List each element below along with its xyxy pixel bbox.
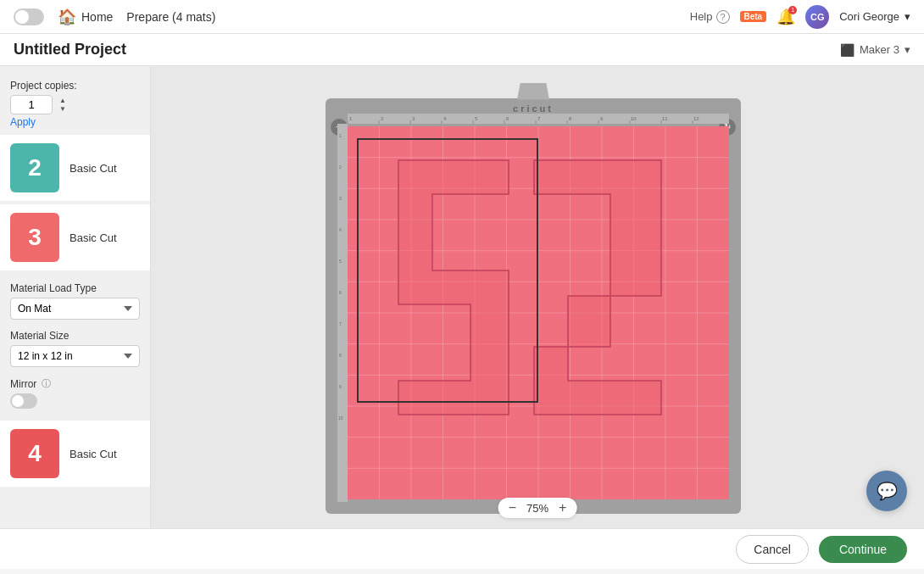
toggle-knob [12,395,24,407]
svg-text:10: 10 [338,415,343,421]
mat-label-4: Basic Cut [70,448,117,460]
copies-spinners: ▲ ▼ [58,97,68,114]
canvas-area: cricut ··· ↻ [151,66,924,528]
mat-thumbnail-3: 3 [10,213,59,262]
ruler-top-svg: 1 2 3 4 5 6 7 [348,114,729,124]
mat-wrapper: cricut ··· ↻ [326,81,749,514]
home-label: Home [81,10,113,24]
mat-background: cricut ··· ↻ [326,98,741,514]
cricut-logo: cricut [513,103,554,114]
chat-icon: 💬 [877,481,898,501]
svg-text:8: 8 [569,116,572,121]
project-bar: Untitled Project ⬛ Maker 3 ▾ [0,34,924,66]
copies-input-row: ▲ ▼ [10,95,140,114]
header-right: Help ? Beta 🔔 1 CG Cori George ▾ [690,5,910,29]
beta-badge: Beta [740,11,767,22]
home-button[interactable]: 🏠 Home [58,8,113,26]
svg-text:12: 12 [693,116,699,121]
help-icon: ? [716,10,730,24]
svg-text:5: 5 [339,259,342,264]
copies-increment[interactable]: ▲ [58,97,68,105]
mat-thumbnail-2: 2 [10,143,59,192]
material-size-label: Material Size [10,330,140,342]
svg-text:5: 5 [475,116,478,121]
mat-card-4[interactable]: 4 Basic Cut [0,421,150,487]
mat-number-4: 4 [28,440,42,467]
copies-decrement[interactable]: ▼ [58,105,68,114]
notification-count: 1 [788,6,797,14]
mat-notch [517,83,549,100]
zoom-value: 75% [525,502,550,515]
prepare-label: Prepare (4 mats) [126,10,215,24]
ruler-top: 1 2 3 4 5 6 7 [348,114,729,124]
notifications-button[interactable]: 🔔 1 [776,8,795,26]
ruler-left-svg: 1 2 3 4 5 6 7 8 9 10 [337,124,348,502]
project-title: Untitled Project [14,41,126,59]
apply-button[interactable]: Apply [10,116,140,128]
maker-info: ⬛ Maker 3 ▾ [840,43,910,57]
main-content: Project copies: ▲ ▼ Apply 2 Basic Cut 3 … [0,66,924,528]
machine-chevron-icon: ▾ [905,43,910,56]
svg-text:6: 6 [506,116,509,121]
mirror-label: Mirror [10,378,36,390]
mirror-info-icon[interactable]: ⓘ [42,377,51,390]
machine-icon: ⬛ [840,43,854,57]
help-label: Help [690,10,713,23]
mat-number-3: 3 [28,224,42,251]
continue-button[interactable]: Continue [819,536,907,563]
header: 🏠 Home Prepare (4 mats) Help ? Beta 🔔 1 … [0,0,924,34]
svg-text:10: 10 [631,116,637,121]
mat-number-2: 2 [28,154,42,181]
chat-button[interactable]: 💬 [866,471,907,511]
mirror-row: Mirror ⓘ [10,377,140,390]
svg-text:2: 2 [339,164,342,170]
svg-text:4: 4 [339,227,342,232]
svg-text:6: 6 [339,290,342,295]
svg-text:9: 9 [339,384,342,389]
mat-label-3: Basic Cut [70,231,117,244]
material-load-type-select[interactable]: On Mat [10,298,140,320]
mat-label-2: Basic Cut [70,162,117,175]
material-load-type-group: Material Load Type On Mat [10,282,140,320]
svg-text:8: 8 [339,353,342,358]
svg-text:7: 7 [537,116,541,121]
copies-section: Project copies: ▲ ▼ Apply [0,73,150,131]
copies-label: Project copies: [10,80,140,92]
material-size-group: Material Size 12 in x 12 in [10,330,140,367]
mirror-toggle[interactable] [10,393,37,409]
svg-text:11: 11 [662,116,668,121]
bottom-bar: Cancel Continue [0,528,924,569]
svg-text:2: 2 [381,116,384,121]
mat-card-3[interactable]: 3 Basic Cut [0,204,150,270]
app-toggle[interactable] [14,8,44,25]
prepare-button[interactable]: Prepare (4 mats) [126,10,215,24]
ruler-left: 1 2 3 4 5 6 7 8 9 10 [337,124,348,502]
help-button[interactable]: Help ? [690,10,730,24]
mat-thumbnail-4: 4 [10,429,59,478]
settings-section: Material Load Type On Mat Material Size … [0,274,150,417]
zoom-controls: − 75% + [498,498,577,518]
machine-name: Maker 3 [860,43,899,56]
cancel-button[interactable]: Cancel [736,535,809,564]
header-left: 🏠 Home Prepare (4 mats) [14,8,215,26]
user-name: Cori George [839,10,899,23]
zoom-out-button[interactable]: − [507,501,518,515]
mat-card-2[interactable]: 2 Basic Cut [0,135,150,201]
svg-text:7: 7 [339,321,342,326]
svg-text:3: 3 [412,116,415,121]
material-load-type-label: Material Load Type [10,282,140,294]
svg-text:9: 9 [600,116,604,121]
zoom-in-button[interactable]: + [557,501,568,515]
avatar: CG [805,5,829,29]
sidebar: Project copies: ▲ ▼ Apply 2 Basic Cut 3 … [0,66,151,528]
svg-text:1: 1 [339,133,342,138]
chevron-down-icon: ▾ [905,10,910,23]
svg-text:1: 1 [349,116,353,121]
svg-text:4: 4 [443,116,447,121]
user-menu-button[interactable]: Cori George ▾ [839,10,910,23]
copies-input[interactable] [10,95,53,114]
mat-grid-svg [348,124,729,502]
home-icon: 🏠 [58,8,76,26]
svg-text:3: 3 [339,196,342,201]
material-size-select[interactable]: 12 in x 12 in [10,345,140,367]
